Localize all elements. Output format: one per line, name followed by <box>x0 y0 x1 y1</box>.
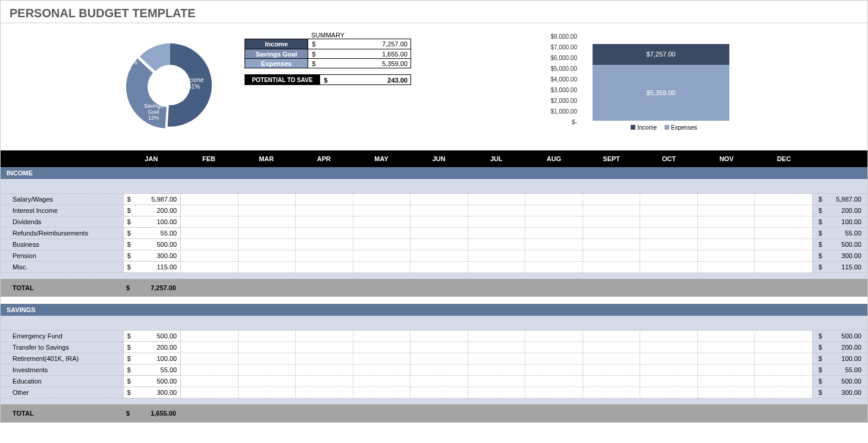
cell[interactable] <box>411 228 468 239</box>
cell[interactable] <box>755 205 813 216</box>
cell[interactable] <box>468 262 525 273</box>
cell[interactable] <box>238 387 296 398</box>
cell[interactable] <box>468 239 525 250</box>
cell[interactable] <box>525 331 583 342</box>
cell[interactable] <box>411 239 468 250</box>
cell[interactable]: $55.00 <box>123 365 181 376</box>
cell[interactable] <box>411 365 468 376</box>
cell[interactable]: $200.00 <box>123 205 181 216</box>
cell[interactable] <box>755 262 813 273</box>
cell[interactable] <box>411 376 468 387</box>
cell[interactable] <box>296 262 353 273</box>
cell[interactable] <box>582 365 640 376</box>
cell[interactable] <box>697 228 755 239</box>
cell[interactable] <box>640 250 698 262</box>
cell[interactable] <box>697 205 755 216</box>
cell[interactable] <box>582 250 640 262</box>
cell[interactable] <box>353 342 411 353</box>
cell[interactable] <box>238 250 296 262</box>
cell[interactable] <box>181 239 239 250</box>
cell[interactable] <box>238 228 296 239</box>
cell[interactable]: $500.00 <box>123 239 181 250</box>
cell[interactable] <box>181 262 239 273</box>
cell[interactable] <box>525 262 583 273</box>
cell[interactable]: $300.00 <box>123 250 181 262</box>
cell[interactable] <box>697 194 755 205</box>
cell[interactable] <box>181 331 239 342</box>
cell[interactable] <box>697 376 755 387</box>
cell[interactable] <box>181 194 239 205</box>
cell[interactable] <box>181 376 239 387</box>
cell[interactable] <box>525 239 583 250</box>
cell[interactable] <box>697 216 755 228</box>
cell[interactable] <box>411 250 468 262</box>
cell[interactable] <box>181 365 239 376</box>
cell[interactable] <box>640 376 698 387</box>
cell[interactable] <box>755 239 813 250</box>
cell[interactable] <box>296 376 353 387</box>
cell[interactable] <box>755 365 813 376</box>
cell[interactable] <box>468 365 525 376</box>
cell[interactable] <box>181 387 239 398</box>
cell[interactable] <box>582 376 640 387</box>
cell[interactable] <box>296 331 353 342</box>
cell[interactable] <box>468 387 525 398</box>
cell[interactable]: $500.00 <box>123 376 181 387</box>
cell[interactable] <box>755 228 813 239</box>
cell[interactable] <box>582 216 640 228</box>
cell[interactable] <box>755 387 813 398</box>
cell[interactable] <box>353 353 411 365</box>
cell[interactable] <box>755 353 813 365</box>
cell[interactable] <box>525 353 583 365</box>
cell[interactable] <box>640 353 698 365</box>
cell[interactable] <box>353 228 411 239</box>
cell[interactable] <box>525 365 583 376</box>
cell[interactable] <box>697 331 755 342</box>
cell[interactable] <box>468 250 525 262</box>
cell[interactable] <box>238 353 296 365</box>
cell[interactable]: $200.00 <box>123 342 181 353</box>
cell[interactable] <box>755 331 813 342</box>
cell[interactable] <box>296 365 353 376</box>
cell[interactable] <box>697 342 755 353</box>
cell[interactable] <box>582 342 640 353</box>
cell[interactable] <box>582 194 640 205</box>
cell[interactable] <box>181 228 239 239</box>
cell[interactable] <box>353 331 411 342</box>
cell[interactable] <box>640 342 698 353</box>
cell[interactable] <box>697 353 755 365</box>
cell[interactable] <box>640 205 698 216</box>
cell[interactable] <box>697 365 755 376</box>
cell[interactable] <box>411 342 468 353</box>
cell[interactable] <box>582 205 640 216</box>
cell[interactable] <box>181 342 239 353</box>
cell[interactable] <box>468 376 525 387</box>
cell[interactable] <box>238 376 296 387</box>
cell[interactable] <box>468 194 525 205</box>
cell[interactable] <box>238 239 296 250</box>
cell[interactable] <box>468 342 525 353</box>
cell[interactable] <box>755 250 813 262</box>
cell[interactable] <box>238 194 296 205</box>
cell[interactable] <box>238 205 296 216</box>
pts-value[interactable]: 243.00 <box>331 75 411 84</box>
cell[interactable]: $115.00 <box>123 262 181 273</box>
cell[interactable] <box>582 262 640 273</box>
cell[interactable] <box>755 216 813 228</box>
cell[interactable] <box>353 194 411 205</box>
cell[interactable] <box>181 250 239 262</box>
cell[interactable] <box>582 331 640 342</box>
cell[interactable] <box>411 205 468 216</box>
cell[interactable] <box>640 262 698 273</box>
cell[interactable]: $55.00 <box>123 228 181 239</box>
cell[interactable] <box>296 239 353 250</box>
cell[interactable] <box>640 365 698 376</box>
cell[interactable] <box>525 342 583 353</box>
cell[interactable] <box>353 239 411 250</box>
cell[interactable] <box>640 331 698 342</box>
cell[interactable] <box>296 205 353 216</box>
cell[interactable] <box>640 387 698 398</box>
cell[interactable] <box>353 376 411 387</box>
cell[interactable] <box>296 342 353 353</box>
cell[interactable] <box>181 353 239 365</box>
